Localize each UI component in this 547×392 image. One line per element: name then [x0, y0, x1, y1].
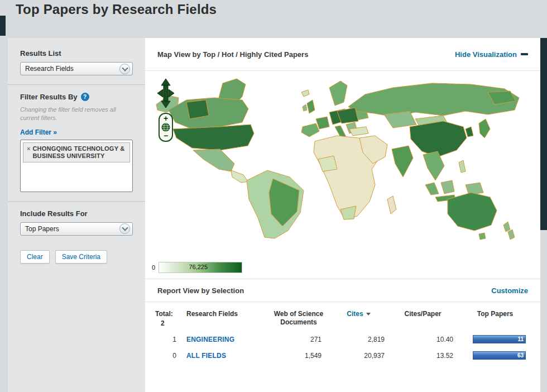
map-controls: + − — [156, 78, 175, 142]
window-edge-left — [0, 16, 6, 36]
column-header-cites[interactable]: Cites — [329, 305, 388, 331]
filter-sidebar: Results List Research Fields Filter Resu… — [8, 38, 145, 392]
column-header-cites-per-paper: Cites/Paper — [388, 305, 458, 331]
results-list-dropdown[interactable]: Research Fields — [20, 62, 133, 75]
map-header: Map View by Top / Hot / Highly Cited Pap… — [145, 38, 540, 71]
pan-control-icon[interactable] — [156, 78, 175, 109]
column-header-top-papers: Top Papers — [458, 305, 532, 331]
top-papers-bar: 63 — [473, 351, 526, 360]
legend-gradient-bar: 76,225 — [159, 262, 242, 273]
top-papers-bar: 11 — [473, 335, 526, 343]
filter-note: Changing the filter field removes all cu… — [20, 106, 133, 122]
save-criteria-button[interactable]: Save Criteria — [55, 250, 107, 264]
zoom-out-button[interactable]: − — [164, 132, 168, 140]
world-map[interactable] — [153, 75, 538, 260]
table-row: 0 ALL FIELDS 1,549 20,937 13.52 63 — [153, 347, 532, 364]
divider — [8, 84, 145, 85]
cites-per-paper-cell: 10.40 — [388, 331, 458, 347]
minus-icon — [521, 53, 528, 55]
chevron-down-icon — [119, 223, 130, 234]
documents-cell: 1,549 — [268, 347, 329, 364]
active-filters-box: × CHONGQING TECHNOLOGY & BUSINESS UNIVER… — [20, 140, 133, 192]
include-results-value: Top Papers — [25, 225, 59, 233]
zoom-in-button[interactable]: + — [164, 115, 168, 122]
filter-results-label: Filter Results By — [20, 93, 78, 101]
filter-chip-label: CHONGQING TECHNOLOGY & BUSINESS UNIVERSI… — [32, 145, 126, 160]
question-icon[interactable]: ? — [81, 93, 89, 101]
customize-link[interactable]: Customize — [491, 286, 528, 295]
documents-cell: 271 — [268, 331, 329, 347]
total-label: Total: — [155, 310, 182, 318]
report-view-title: Report View by Selection — [157, 286, 244, 295]
cites-cell: 2,819 — [329, 331, 388, 347]
clear-button[interactable]: Clear — [20, 250, 50, 264]
sort-desc-icon — [366, 313, 371, 315]
filter-chip: × CHONGQING TECHNOLOGY & BUSINESS UNIVER… — [23, 142, 130, 162]
esi-page: Top Papers by Research Fields Results Li… — [0, 0, 547, 392]
cites-cell: 20,937 — [329, 347, 388, 364]
legend-min-label: 0 — [152, 264, 155, 271]
map-legend: 0 76,225 — [152, 262, 242, 273]
world-map-container: + − 0 76,225 — [145, 71, 540, 279]
chevron-down-icon — [119, 64, 130, 74]
zoom-control: + − — [159, 113, 173, 142]
hide-visualization-label: Hide Visualization — [455, 50, 517, 59]
total-header: Total: 2 — [153, 305, 184, 331]
add-filter-link[interactable]: Add Filter » — [20, 128, 57, 136]
divider — [8, 201, 145, 202]
total-value: 2 — [161, 319, 182, 328]
results-list-value: Research Fields — [25, 65, 74, 73]
visualization-panel: Map View by Top / Hot / Highly Cited Pap… — [145, 38, 540, 392]
table-row: 1 ENGINEERING 271 2,819 10.40 11 — [153, 331, 532, 347]
legend-max-label: 76,225 — [189, 264, 208, 270]
remove-filter-icon[interactable]: × — [27, 145, 30, 160]
rank-cell: 1 — [153, 331, 184, 347]
hide-visualization-link[interactable]: Hide Visualization — [455, 50, 528, 59]
column-header-research-fields: Research Fields — [184, 305, 268, 331]
rank-cell: 0 — [153, 347, 184, 364]
cites-sort-label: Cites — [347, 310, 363, 318]
research-field-link[interactable]: ENGINEERING — [186, 336, 234, 343]
page-title: Top Papers by Research Fields — [16, 2, 217, 17]
report-header: Report View by Selection Customize — [145, 279, 540, 302]
include-results-label: Include Results For — [20, 209, 133, 218]
column-header-documents: Web of Science Documents — [268, 305, 329, 331]
cites-per-paper-cell: 13.52 — [388, 347, 458, 364]
map-view-title: Map View by Top / Hot / Highly Cited Pap… — [157, 50, 308, 59]
research-field-link[interactable]: ALL FIELDS — [186, 352, 226, 360]
globe-icon[interactable] — [161, 123, 170, 132]
results-list-label: Results List — [20, 49, 133, 58]
include-results-dropdown[interactable]: Top Papers — [20, 222, 133, 236]
window-edge-right — [540, 38, 547, 230]
report-table: Total: 2 Research Fields Web of Science … — [153, 305, 532, 364]
